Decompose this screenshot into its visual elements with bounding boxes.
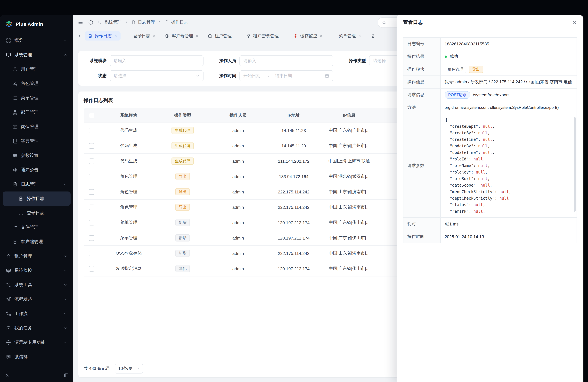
type-badge: 生成代码 (171, 157, 194, 165)
log-id-value: 1882612840802115585 (441, 38, 577, 50)
type-badge: 新增 (175, 219, 190, 226)
sliders-icon (12, 153, 18, 158)
megaphone-icon (12, 167, 18, 172)
workflow-nodes-icon (6, 311, 11, 316)
tab-login-log[interactable]: 登录日志 (123, 31, 159, 41)
type-badge: 其他 (175, 265, 190, 272)
sidebar-item-system-monitor[interactable]: 系统监控 (3, 263, 71, 278)
panel-layout-icon[interactable] (64, 373, 69, 378)
row-checkbox[interactable] (89, 127, 94, 133)
row-checkbox[interactable] (89, 235, 94, 241)
type-badge: 导出 (175, 188, 190, 195)
java-method-value: org.dromara.system.controller.system.Sys… (441, 101, 577, 114)
filter-status: 状态 请选择 (84, 70, 204, 81)
type-badge: 导出 (175, 173, 190, 180)
col-ip-info: IP信息 (318, 108, 380, 123)
document-icon (165, 20, 169, 24)
sidebar-item-log-management[interactable]: 日志管理 (3, 177, 71, 191)
tab-client-management[interactable]: 客户端管理 (162, 31, 202, 41)
breadcrumb-item-log[interactable]: 日志管理 (131, 19, 155, 25)
sidebar-item-process-start[interactable]: 流程发起 (3, 292, 71, 307)
row-checkbox[interactable] (89, 174, 94, 179)
hamburger-icon[interactable] (78, 20, 83, 25)
sidebar-item-system-management[interactable]: 系统管理 (3, 48, 71, 62)
close-icon[interactable] (152, 34, 156, 38)
sidebar-item-demo-features[interactable]: 演示站专用功能 (3, 335, 71, 350)
sidebar-item-param-settings[interactable]: 参数设置 (3, 148, 71, 163)
sidebar-item-file-management[interactable]: 文件管理 (3, 220, 71, 235)
result-value: 成功 (449, 54, 458, 60)
sidebar-item-dict-management[interactable]: 字典管理 (3, 134, 71, 148)
tab-cache-monitor[interactable]: 缓存监控 (290, 31, 326, 41)
request-params-json[interactable]: { "createDept": null, "createBy": null, … (441, 114, 577, 217)
collapse-sidebar-icon[interactable] (5, 373, 9, 378)
scrollbar-thumb[interactable] (574, 117, 576, 212)
sidebar-item-role-management[interactable]: 角色管理 (3, 76, 71, 91)
close-icon[interactable] (234, 34, 237, 38)
type-badge: 新增 (175, 250, 190, 257)
tab-tenant-package[interactable]: 租户套餐管理 (243, 31, 288, 41)
breadcrumb-item-operation-log[interactable]: 操作日志 (165, 19, 188, 25)
close-icon[interactable] (358, 34, 361, 38)
sidebar-item-workflow[interactable]: 工作流 (3, 307, 71, 321)
sidebar-item-login-log[interactable]: 登录日志 (3, 206, 71, 220)
date-range-input[interactable]: 开始日期 → 结束日期 (239, 70, 333, 81)
org-tree-icon (12, 110, 18, 115)
chat-icon (6, 354, 11, 360)
chevron-left-icon[interactable] (77, 34, 82, 38)
total-records: 共 483 条记录 (84, 366, 110, 372)
drawer-body: 日志编号 1882612840802115585 操作结果 成功 操作模块 (397, 30, 583, 250)
sidebar-footer (0, 368, 73, 382)
document-icon (18, 196, 23, 201)
menu-lines-icon (332, 34, 336, 38)
row-checkbox[interactable] (89, 158, 94, 164)
tab-operation-log[interactable]: 操作日志 (84, 31, 121, 41)
sidebar-item-post-management[interactable]: 岗位管理 (3, 120, 71, 134)
refresh-icon[interactable] (88, 20, 93, 25)
sidebar-nav: 概览 系统管理 用户管理 角色管理 菜单管理 (0, 33, 73, 368)
row-checkbox[interactable] (89, 204, 94, 210)
row-checkbox[interactable] (89, 189, 94, 195)
row-checkbox[interactable] (89, 220, 94, 225)
grid-icon (6, 38, 11, 43)
folder-icon (12, 225, 18, 230)
sidebar-item-dept-management[interactable]: 部门管理 (3, 105, 71, 120)
sidebar-item-user-management[interactable]: 用户管理 (3, 62, 71, 76)
sidebar-item-wechat-group[interactable]: 微信群 (3, 350, 71, 364)
dot-grid-icon (18, 211, 23, 216)
select-all-checkbox[interactable] (89, 113, 94, 118)
sidebar-item-overview[interactable]: 概览 (3, 33, 71, 48)
sidebar-item-menu-management[interactable]: 菜单管理 (3, 91, 71, 105)
close-icon[interactable] (281, 34, 284, 38)
sidebar-item-client-management[interactable]: 客户端管理 (3, 235, 71, 249)
row-checkbox[interactable] (89, 251, 94, 256)
document-icon (370, 34, 375, 38)
list-icon (12, 95, 18, 101)
row-checkbox[interactable] (89, 143, 94, 149)
sidebar-item-operation-log[interactable]: 操作日志 (3, 191, 71, 206)
sidebar-item-notice[interactable]: 通知公告 (3, 163, 71, 177)
row-checkbox[interactable] (89, 266, 94, 271)
close-icon[interactable] (114, 34, 117, 38)
tab-menu-management[interactable]: 菜单管理 (329, 31, 365, 41)
tab-tenant-management[interactable]: 租户管理 (205, 31, 240, 41)
operator-input[interactable]: 请输入 (239, 55, 333, 66)
filter-module: 系统模块 请输入 (84, 55, 204, 66)
module-tag: 角色管理 (445, 65, 466, 73)
breadcrumb-item-system[interactable]: 系统管理 (98, 19, 122, 25)
chevron-up-icon (63, 53, 67, 57)
sidebar-item-system-tools[interactable]: 系统工具 (3, 278, 71, 292)
sidebar-item-my-tasks[interactable]: 我的任务 (3, 321, 71, 335)
close-icon[interactable] (319, 34, 323, 38)
page-size-select[interactable]: 10条/页 (115, 364, 143, 374)
chevron-up-icon (63, 182, 67, 186)
detail-row-request: 请求信息 POST请求 /system/role/export (403, 88, 577, 101)
sidebar-item-tenant-management[interactable]: 租户管理 (3, 249, 71, 263)
close-icon[interactable] (572, 20, 577, 25)
close-icon[interactable] (195, 34, 199, 38)
module-input[interactable]: 请输入 (110, 55, 204, 66)
chevron-down-icon (63, 254, 67, 258)
status-select[interactable]: 请选择 (110, 70, 204, 81)
package-icon (246, 34, 251, 38)
detail-row-time: 操作时间 2025-01-24 10:14:13 (403, 230, 577, 243)
